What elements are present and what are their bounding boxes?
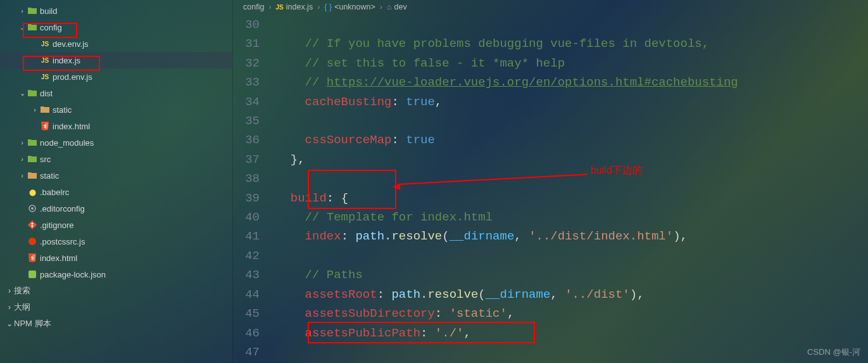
panel-header[interactable]: ⌄NPM 脚本 — [0, 315, 232, 332]
js-icon: JS — [39, 57, 51, 64]
line-number: 43 — [233, 265, 260, 284]
code-line[interactable]: cssSourceMap: true — [276, 131, 868, 150]
panel-header[interactable]: ›搜索 — [0, 283, 232, 299]
code-line[interactable]: assetsSubDirectory: 'static', — [276, 304, 868, 323]
tree-item-dist[interactable]: ⌄dist — [0, 85, 232, 101]
method-icon: ⌂ — [387, 3, 392, 11]
line-number: 44 — [233, 285, 260, 304]
code-line[interactable]: // Paths — [276, 265, 868, 284]
code-area[interactable]: 303132333435363738394041424344454647 // … — [233, 14, 868, 363]
tree-item-label: src — [40, 155, 51, 164]
tree-item-label: index.html — [53, 122, 90, 131]
line-number: 33 — [233, 73, 260, 92]
tree-item-label: config — [40, 23, 62, 32]
line-number: 45 — [233, 304, 260, 323]
folder-icon — [27, 6, 38, 16]
tree-item-dev-env-js[interactable]: JSdev.env.js — [0, 35, 232, 52]
chevron-icon: ⌄ — [18, 23, 27, 32]
line-number: 39 — [233, 189, 260, 208]
code-content[interactable]: // If you have problems debugging vue-fi… — [276, 14, 868, 363]
tree-item-static[interactable]: ›static — [0, 167, 232, 184]
breadcrumb-item[interactable]: dev — [394, 3, 407, 11]
tree-item-package-lock-json[interactable]: package-lock.json — [0, 266, 232, 283]
symbol-icon: { } — [324, 3, 332, 11]
code-line[interactable]: }, — [276, 150, 868, 169]
tree-item-label: prod.env.js — [53, 72, 92, 82]
tree-item-config[interactable]: ⌄config — [0, 19, 232, 35]
breadcrumb[interactable]: config › JS index.js › { } <unknown> › ⌂… — [233, 0, 868, 14]
tree-item-label: dev.env.js — [53, 39, 89, 49]
tree-item-label: index.js — [53, 56, 80, 65]
tree-item-index-html[interactable]: 5index.html — [0, 118, 232, 134]
tree-item-index-html[interactable]: 5index.html — [0, 250, 232, 266]
breadcrumb-item[interactable]: config — [243, 3, 264, 11]
chevron-right-icon: › — [380, 3, 382, 11]
line-number: 30 — [233, 15, 260, 34]
line-number: 36 — [233, 131, 260, 150]
code-line[interactable]: index: path.resolve(__dirname, '../dist/… — [276, 227, 868, 246]
tree-item-src[interactable]: ›src — [0, 151, 232, 167]
code-line[interactable]: assetsPublicPath: './', — [276, 324, 868, 343]
svg-point-2 — [31, 207, 34, 210]
config-icon — [27, 203, 38, 213]
folder-icon — [27, 170, 38, 181]
code-line[interactable] — [276, 343, 868, 362]
breadcrumb-item[interactable]: <unknown> — [334, 3, 375, 11]
panel-label: 大纲 — [14, 302, 30, 313]
folder-icon — [27, 154, 38, 164]
tree-item-static[interactable]: ›static — [0, 101, 232, 118]
breadcrumb-item[interactable]: index.js — [286, 3, 313, 11]
chevron-icon: › — [18, 172, 27, 179]
html-icon: 5 — [39, 121, 51, 131]
chevron-icon: ⌄ — [18, 89, 27, 98]
file-tree: ›build⌄configJSdev.env.jsJSindex.jsJSpro… — [0, 0, 232, 283]
tree-item-label: static — [53, 105, 72, 115]
code-line[interactable] — [276, 169, 868, 188]
folder-icon — [39, 105, 51, 115]
tree-item-node_modules[interactable]: ›node_modules — [0, 134, 232, 151]
tree-item-label: static — [40, 171, 59, 181]
svg-point-5 — [28, 238, 36, 245]
editor: config › JS index.js › { } <unknown> › ⌂… — [233, 0, 868, 363]
postcss-icon — [27, 236, 38, 246]
chevron-icon: › — [5, 286, 14, 295]
code-line[interactable]: build: { — [276, 189, 868, 208]
line-number: 31 — [233, 34, 260, 53]
line-number: 34 — [233, 92, 260, 111]
chevron-icon: ⌄ — [5, 319, 14, 328]
line-number: 37 — [233, 150, 260, 169]
file-explorer: ›build⌄configJSdev.env.jsJSindex.jsJSpro… — [0, 0, 233, 363]
tree-item-prod-env-js[interactable]: JSprod.env.js — [0, 68, 232, 85]
code-line[interactable] — [276, 111, 868, 131]
code-line[interactable]: // https://vue-loader.vuejs.org/en/optio… — [276, 73, 868, 92]
line-number: 46 — [233, 324, 260, 343]
code-line[interactable] — [276, 246, 868, 265]
svg-text:5: 5 — [31, 256, 34, 260]
svg-rect-7 — [28, 271, 36, 278]
code-line[interactable]: // If you have problems debugging vue-fi… — [276, 34, 868, 53]
chevron-icon: › — [18, 139, 27, 146]
line-number: 42 — [233, 246, 260, 265]
js-icon: JS — [276, 4, 284, 11]
code-line[interactable]: assetsRoot: path.resolve(__dirname, '../… — [276, 285, 868, 304]
folder-icon — [27, 22, 38, 32]
line-number: 41 — [233, 227, 260, 246]
code-line[interactable] — [276, 15, 868, 34]
tree-item--postcssrc-js[interactable]: .postcssrc.js — [0, 233, 232, 250]
line-number: 47 — [233, 343, 260, 362]
js-icon: JS — [39, 41, 51, 48]
tree-item-index-js[interactable]: JSindex.js — [0, 52, 232, 68]
tree-item-label: .babelrc — [40, 188, 69, 197]
tree-item--babelrc[interactable]: ⬤.babelrc — [0, 184, 232, 200]
tree-item--editorconfig[interactable]: .editorconfig — [0, 200, 232, 217]
tree-item-build[interactable]: ›build — [0, 3, 232, 19]
line-numbers: 303132333435363738394041424344454647 — [233, 14, 276, 363]
code-line[interactable]: // Template for index.html — [276, 208, 868, 227]
tree-item--gitignore[interactable]: .gitignore — [0, 217, 232, 233]
code-line[interactable]: cacheBusting: true, — [276, 92, 868, 111]
code-line[interactable]: // set this to false - it *may* help — [276, 54, 868, 73]
json-icon — [27, 269, 38, 279]
panel-header[interactable]: ›大纲 — [0, 299, 232, 315]
chevron-icon: › — [18, 7, 27, 15]
folder-icon — [27, 88, 38, 98]
